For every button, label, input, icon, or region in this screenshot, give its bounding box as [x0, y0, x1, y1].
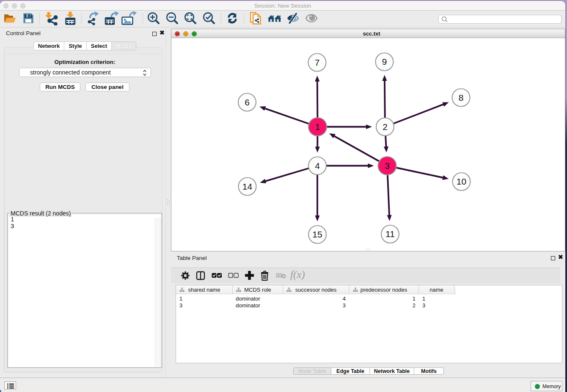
svg-text:2: 2: [383, 122, 388, 132]
svg-text:7: 7: [315, 58, 320, 67]
svg-text:10: 10: [457, 177, 466, 186]
svg-text:6: 6: [245, 97, 250, 107]
svg-text:8: 8: [459, 93, 464, 102]
svg-text:1: 1: [315, 122, 320, 132]
svg-text:14: 14: [242, 182, 253, 191]
svg-text:4: 4: [315, 161, 320, 171]
svg-text:3: 3: [385, 161, 390, 171]
svg-text:9: 9: [382, 57, 387, 66]
svg-text:11: 11: [385, 229, 395, 239]
svg-text:15: 15: [312, 229, 322, 239]
